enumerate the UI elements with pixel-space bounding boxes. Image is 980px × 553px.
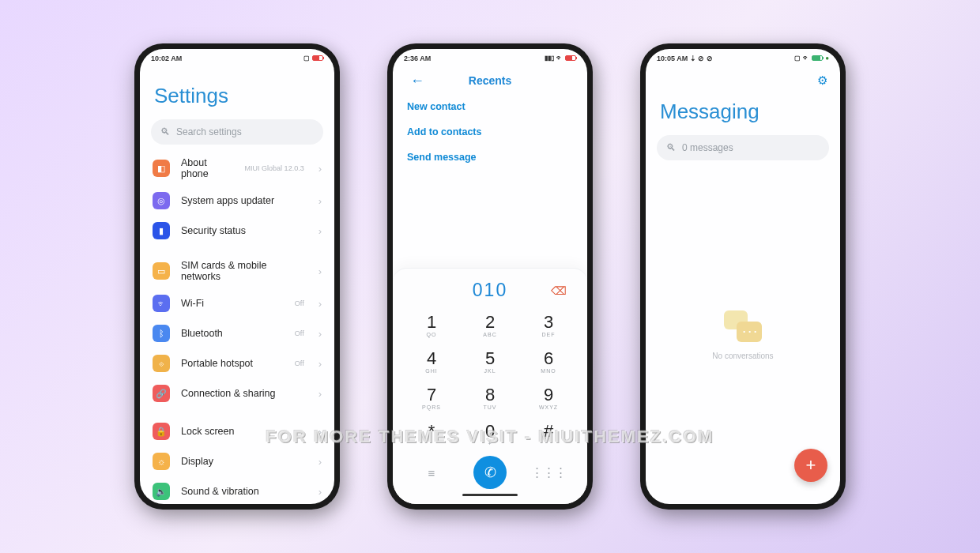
key-number: 6 <box>519 348 578 369</box>
key-letters: QO <box>402 332 461 337</box>
row-meta: Off <box>295 329 304 337</box>
search-icon: 🔍︎ <box>160 126 170 137</box>
dial-key-9[interactable]: 9WXYZ <box>519 380 578 416</box>
settings-row-bluetooth[interactable]: ᛒBluetoothOff› <box>140 318 334 348</box>
row-meta: Off <box>295 299 304 307</box>
chevron-right-icon: › <box>318 163 322 175</box>
sim-icon: ▢ <box>794 55 801 62</box>
dot-icon: ● <box>825 55 829 62</box>
row-icon: 🔈 <box>153 483 170 500</box>
dial-key-6[interactable]: 6MNO <box>519 344 578 380</box>
dial-link-new-contact[interactable]: New contact <box>407 101 573 112</box>
key-letters: JKL <box>461 368 519 374</box>
dialpad: 010 ⌫ 1QO2ABC3DEF4GHI5JKL6MNO7PQRS8TUV9W… <box>393 268 587 504</box>
settings-row-lock-screen[interactable]: 🔒Lock screen› <box>140 416 334 446</box>
settings-list: ◧About phoneMIUI Global 12.0.3›◎System a… <box>140 151 334 504</box>
battery-icon <box>312 55 323 61</box>
row-label: Display <box>181 456 307 467</box>
dial-key-0[interactable]: 0+ <box>461 416 519 453</box>
settings-row-portable-hotspot[interactable]: ⟐Portable hotspotOff› <box>140 348 334 378</box>
erase-button[interactable]: ⌫ <box>551 284 567 297</box>
phone-settings: 10:02 AM ▢ Settings 🔍︎ Search settings ◧… <box>134 43 340 510</box>
dial-link-add-to-contacts[interactable]: Add to contacts <box>407 126 573 137</box>
call-button[interactable]: ✆ <box>473 456 507 489</box>
chevron-right-icon: › <box>318 265 322 277</box>
key-number: 3 <box>519 312 578 333</box>
row-label: Bluetooth <box>181 328 284 339</box>
row-meta: Off <box>295 359 304 367</box>
row-label: Portable hotspot <box>181 358 284 369</box>
search-icon: 🔍︎ <box>666 142 676 153</box>
key-letters: TUV <box>461 404 519 410</box>
settings-row-about-phone[interactable]: ◧About phoneMIUI Global 12.0.3› <box>140 151 334 186</box>
search-input[interactable]: 🔍︎ 0 messages <box>657 135 829 160</box>
row-label: System apps updater <box>181 195 307 206</box>
screen-messaging: 10:05 AM ⇣ ⊘ ⊘ ▢ ᯤ ● ⚙ Messaging 🔍︎ 0 me… <box>646 49 840 504</box>
dial-keys: 1QO2ABC3DEF4GHI5JKL6MNO7PQRS8TUV9WXYZ*0+… <box>402 307 578 453</box>
wifi-icon: ᯤ <box>556 55 563 62</box>
dial-key-4[interactable]: 4GHI <box>402 344 461 380</box>
statusbar: 2:36 AM ▮▮▯ ᯤ <box>393 49 587 65</box>
phone-dialer: 2:36 AM ▮▮▯ ᯤ ← Recents New contactAdd t… <box>387 43 593 510</box>
phone-messaging: 10:05 AM ⇣ ⊘ ⊘ ▢ ᯤ ● ⚙ Messaging 🔍︎ 0 me… <box>640 43 846 510</box>
key-number: * <box>402 421 461 442</box>
menu-icon[interactable]: ≡ <box>402 466 461 480</box>
row-label: Security status <box>181 225 307 236</box>
settings-row-connection-sharing[interactable]: 🔗Connection & sharing› <box>140 378 334 408</box>
chevron-right-icon: › <box>318 426 322 438</box>
key-number: 9 <box>519 385 578 405</box>
row-icon: ☼ <box>153 453 170 470</box>
chevron-right-icon: › <box>318 456 322 468</box>
statusbar: 10:05 AM ⇣ ⊘ ⊘ ▢ ᯤ ● <box>646 49 840 65</box>
search-text: 0 messages <box>682 142 733 153</box>
key-number: 4 <box>402 348 461 369</box>
dial-link-send-message[interactable]: Send message <box>407 152 573 163</box>
settings-row-system-apps-updater[interactable]: ◎System apps updater› <box>140 186 334 216</box>
row-meta: MIUI Global 12.0.3 <box>245 164 304 172</box>
row-label: Wi-Fi <box>181 298 284 309</box>
dial-bottom-row: ≡ ✆ ⋮⋮⋮ <box>402 453 578 491</box>
chevron-right-icon: › <box>318 298 322 310</box>
row-icon: ◧ <box>153 160 170 177</box>
search-input[interactable]: 🔍︎ Search settings <box>151 119 323 145</box>
dial-key-*[interactable]: * <box>402 416 461 453</box>
row-icon: 🔗 <box>153 385 170 402</box>
settings-row-sim-cards-mobile-networks[interactable]: ▭SIM cards & mobile networks› <box>140 254 334 288</box>
dial-key-3[interactable]: 3DEF <box>519 307 578 344</box>
row-icon: 🔒 <box>153 423 170 440</box>
key-letters: PQRS <box>402 404 461 410</box>
dial-key-#[interactable]: # <box>519 416 578 453</box>
row-icon: ⟐ <box>153 355 170 372</box>
dial-key-7[interactable]: 7PQRS <box>402 380 461 416</box>
settings-icon[interactable]: ⚙ <box>817 73 827 88</box>
dial-key-8[interactable]: 8TUV <box>461 380 519 416</box>
phone-icon: ✆ <box>484 464 496 481</box>
chat-bubble-icon: • • • <box>724 310 762 342</box>
row-icon: ᛒ <box>153 325 170 342</box>
status-icons: ▢ <box>303 55 323 62</box>
settings-row-wi-fi[interactable]: ᯤWi-FiOff› <box>140 288 334 318</box>
key-number: 7 <box>402 385 461 405</box>
chevron-right-icon: › <box>318 225 322 237</box>
settings-row-security-status[interactable]: ▮Security status› <box>140 216 334 246</box>
status-icons: ▮▮▯ ᯤ <box>545 55 576 62</box>
settings-row-display[interactable]: ☼Display› <box>140 446 334 476</box>
status-time: 2:36 AM <box>404 55 431 62</box>
dialer-toolbar: ← Recents <box>393 65 587 96</box>
row-icon: ◎ <box>153 192 170 209</box>
screen-settings: 10:02 AM ▢ Settings 🔍︎ Search settings ◧… <box>140 49 334 504</box>
dialed-number-row: 010 ⌫ <box>402 278 578 307</box>
settings-row-sound-vibration[interactable]: 🔈Sound & vibration› <box>140 476 334 504</box>
key-letters: + <box>461 441 519 446</box>
key-number: # <box>519 421 578 442</box>
compose-button[interactable]: + <box>794 449 827 482</box>
dial-action-links: New contactAdd to contactsSend message <box>393 101 587 163</box>
dial-key-1[interactable]: 1QO <box>402 307 461 344</box>
dial-key-2[interactable]: 2ABC <box>461 307 519 344</box>
row-label: Lock screen <box>181 426 307 437</box>
toolbar-title: Recents <box>402 74 578 87</box>
keypad-toggle-icon[interactable]: ⋮⋮⋮ <box>519 465 578 480</box>
gesture-bar <box>462 494 518 496</box>
dial-key-5[interactable]: 5JKL <box>461 344 519 380</box>
screen-dialer: 2:36 AM ▮▮▯ ᯤ ← Recents New contactAdd t… <box>393 49 587 504</box>
